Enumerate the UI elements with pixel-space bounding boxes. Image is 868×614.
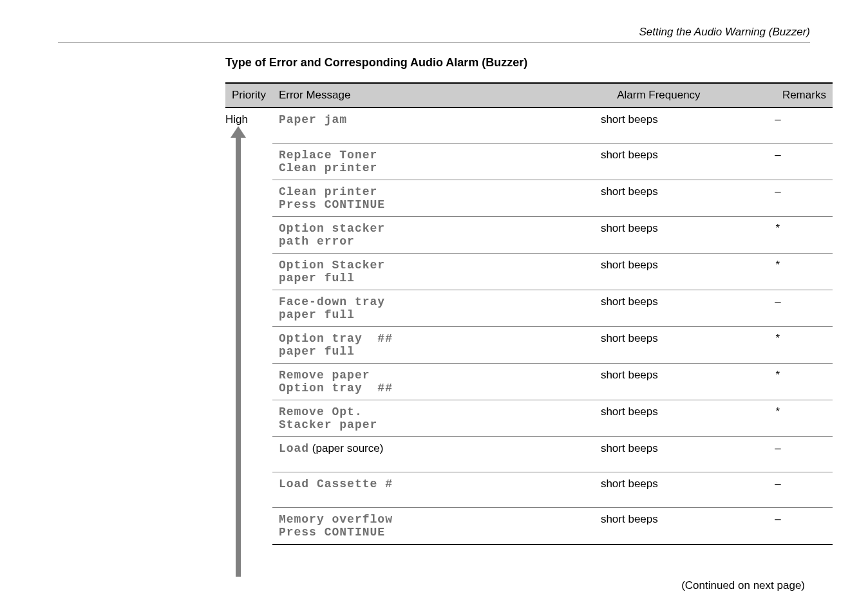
- col-header-priority: Priority: [225, 83, 272, 107]
- cell-alarm-frequency: short beeps: [594, 217, 723, 254]
- table-row: Load Cassette #short beeps–: [272, 472, 833, 508]
- cell-alarm-frequency: short beeps: [594, 290, 723, 327]
- cell-error-message: Remove paper Option tray ##: [272, 364, 594, 400]
- cell-error-message: Paper jam: [272, 108, 594, 144]
- cell-alarm-frequency: short beeps: [594, 327, 723, 364]
- table-row: Remove Opt. Stacker papershort beeps*: [272, 400, 833, 437]
- cell-alarm-frequency: short beeps: [594, 437, 723, 472]
- lcd-text: Memory overflow Press CONTINUE: [279, 513, 393, 539]
- priority-arrow-icon: [225, 126, 251, 577]
- page-container: Setting the Audio Warning (Buzzer) Type …: [0, 0, 868, 614]
- lcd-text: Face-down tray paper full: [279, 295, 385, 321]
- lcd-text: Option stacker path error: [279, 222, 385, 248]
- continued-note: (Continued on next page): [225, 579, 805, 592]
- table-row: Remove paper Option tray ##short beeps*: [272, 364, 833, 400]
- lcd-text: Paper jam: [279, 113, 347, 126]
- cell-remarks: –: [723, 508, 833, 545]
- lcd-text: Option tray ## paper full: [279, 332, 393, 358]
- cell-remarks: –: [723, 108, 833, 144]
- cell-error-message: Memory overflow Press CONTINUE: [272, 508, 594, 545]
- table-row: Replace Toner Clean printershort beeps–: [272, 144, 833, 180]
- cell-error-message: Clean printer Press CONTINUE: [272, 180, 594, 217]
- table-header-row: Priority Error Message Alarm Frequency R…: [225, 83, 833, 107]
- priority-cell: High: [225, 107, 272, 577]
- table-row: Face-down tray paper fullshort beeps–: [272, 290, 833, 327]
- cell-remarks: –: [723, 437, 833, 472]
- cell-remarks: –: [723, 180, 833, 217]
- lcd-text: Remove Opt. Stacker paper: [279, 405, 377, 431]
- table-row: Clean printer Press CONTINUEshort beeps–: [272, 180, 833, 217]
- lcd-text: Option Stacker paper full: [279, 259, 385, 284]
- cell-alarm-frequency: short beeps: [594, 508, 723, 545]
- cell-remarks: –: [723, 290, 833, 327]
- cell-alarm-frequency: short beeps: [594, 180, 723, 217]
- lcd-text: Clean printer Press CONTINUE: [279, 185, 385, 211]
- col-header-remarks: Remarks: [723, 83, 833, 107]
- cell-alarm-frequency: short beeps: [594, 108, 723, 144]
- page-header-caption: Setting the Audio Warning (Buzzer): [58, 26, 810, 42]
- cell-alarm-frequency: short beeps: [594, 254, 723, 290]
- col-header-error: Error Message: [272, 83, 594, 107]
- table-row: Option stacker path errorshort beeps*: [272, 217, 833, 254]
- table-row: Memory overflow Press CONTINUEshort beep…: [272, 508, 833, 545]
- cell-error-message: Face-down tray paper full: [272, 290, 594, 327]
- cell-remarks: *: [723, 327, 833, 364]
- table-row: Option Stacker paper fullshort beeps*: [272, 254, 833, 290]
- lcd-text: Replace Toner Clean printer: [279, 149, 377, 174]
- cell-remarks: *: [723, 364, 833, 400]
- priority-high-label: High: [225, 113, 272, 126]
- table-body-container: Paper jamshort beeps–Replace Toner Clean…: [272, 107, 833, 577]
- cell-remarks: *: [723, 254, 833, 290]
- cell-remarks: –: [723, 144, 833, 180]
- cell-error-message: Option tray ## paper full: [272, 327, 594, 364]
- cell-alarm-frequency: short beeps: [594, 400, 723, 437]
- cell-remarks: *: [723, 217, 833, 254]
- section-title: Type of Error and Corresponding Audio Al…: [225, 56, 810, 70]
- lcd-text: Load Cassette #: [279, 478, 393, 490]
- table-row: Load (paper source)short beeps–: [272, 437, 833, 472]
- cell-error-message: Replace Toner Clean printer: [272, 144, 594, 180]
- col-header-frequency: Alarm Frequency: [594, 83, 723, 107]
- cell-error-message: Option Stacker paper full: [272, 254, 594, 290]
- cell-alarm-frequency: short beeps: [594, 364, 723, 400]
- error-annotation: (paper source): [309, 442, 383, 454]
- cell-error-message: Option stacker path error: [272, 217, 594, 254]
- table-row: Paper jamshort beeps–: [272, 108, 833, 144]
- cell-remarks: –: [723, 472, 833, 508]
- cell-alarm-frequency: short beeps: [594, 472, 723, 508]
- header-rule: [58, 42, 810, 43]
- lcd-text: Load: [279, 442, 309, 455]
- error-table: Priority Error Message Alarm Frequency R…: [225, 82, 833, 577]
- cell-error-message: Load Cassette #: [272, 472, 594, 508]
- cell-error-message: Load (paper source): [272, 437, 594, 472]
- cell-error-message: Remove Opt. Stacker paper: [272, 400, 594, 437]
- svg-marker-0: [231, 126, 246, 138]
- cell-alarm-frequency: short beeps: [594, 144, 723, 180]
- svg-rect-1: [236, 138, 241, 577]
- lcd-text: Remove paper Option tray ##: [279, 369, 393, 395]
- table-row: Option tray ## paper fullshort beeps*: [272, 327, 833, 364]
- cell-remarks: *: [723, 400, 833, 437]
